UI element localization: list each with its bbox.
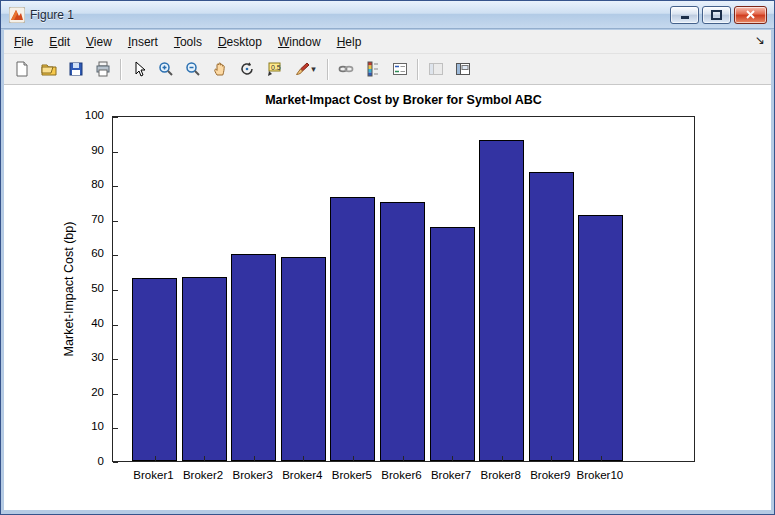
menu-item-window[interactable]: Window <box>270 32 329 52</box>
y-tick-label: 10 <box>70 420 104 432</box>
chart-title: Market-Impact Cost by Broker for Symbol … <box>112 93 695 107</box>
open-file-icon[interactable] <box>36 57 61 82</box>
brush-data-icon[interactable]: ▾ <box>288 57 322 82</box>
y-tick-label: 50 <box>70 282 104 294</box>
window-frame: FileEditViewInsertToolsDesktopWindowHelp… <box>1 30 774 514</box>
matlab-figure-icon <box>9 7 25 23</box>
x-tick-mark <box>551 456 552 461</box>
save-figure-icon[interactable] <box>63 57 88 82</box>
titlebar[interactable]: Figure 1 <box>1 1 774 29</box>
toolbar-separator <box>327 59 328 80</box>
data-cursor-icon[interactable]: 0.5 <box>261 57 286 82</box>
y-tick-label: 100 <box>70 109 104 121</box>
bar-broker9[interactable] <box>529 172 574 461</box>
new-figure-icon[interactable] <box>9 57 34 82</box>
pan-hand-icon[interactable] <box>207 57 232 82</box>
figure-window: Figure 1 FileEditViewInsertToolsDesktopW… <box>0 0 775 515</box>
brush-dropdown-caret[interactable]: ▾ <box>311 65 316 74</box>
x-tick-mark <box>254 456 255 461</box>
menu-item-file[interactable]: File <box>6 32 41 52</box>
maximize-button[interactable] <box>702 6 731 24</box>
figure-toolbar: 0.5 ▾ <box>4 54 771 85</box>
y-tick-mark <box>113 186 118 187</box>
plot-area[interactable] <box>112 116 695 462</box>
menu-item-insert[interactable]: Insert <box>120 32 166 52</box>
x-tick-label: Broker10 <box>560 469 640 481</box>
menu-item-desktop[interactable]: Desktop <box>210 32 270 52</box>
y-tick-mark <box>113 255 118 256</box>
y-tick-mark <box>113 221 118 222</box>
zoom-in-icon[interactable] <box>153 57 178 82</box>
menu-item-edit[interactable]: Edit <box>41 32 78 52</box>
x-tick-mark <box>353 456 354 461</box>
x-tick-mark <box>155 456 156 461</box>
show-plot-tools-icon[interactable] <box>450 57 475 82</box>
bar-broker4[interactable] <box>281 257 326 462</box>
toolbar-separator <box>120 59 121 80</box>
y-tick-mark <box>113 394 118 395</box>
x-tick-mark <box>601 456 602 461</box>
menu-item-tools[interactable]: Tools <box>166 32 210 52</box>
edit-plot-arrow-icon[interactable] <box>126 57 151 82</box>
menubar: FileEditViewInsertToolsDesktopWindowHelp… <box>4 30 771 54</box>
bar-broker6[interactable] <box>380 202 425 461</box>
y-tick-label: 60 <box>70 247 104 259</box>
y-tick-mark <box>113 359 118 360</box>
figure-canvas: Market-Impact Cost by Broker for Symbol … <box>4 85 771 510</box>
y-tick-label: 70 <box>70 213 104 225</box>
x-tick-mark <box>303 456 304 461</box>
x-tick-mark <box>403 456 404 461</box>
minimize-button[interactable] <box>670 6 699 24</box>
bar-broker8[interactable] <box>479 140 524 461</box>
rotate-3d-icon[interactable] <box>234 57 259 82</box>
close-button[interactable] <box>734 6 767 24</box>
y-tick-label: 20 <box>70 386 104 398</box>
svg-text:0.5: 0.5 <box>271 64 281 71</box>
hide-plot-tools-icon[interactable] <box>423 57 448 82</box>
menu-item-help[interactable]: Help <box>329 32 370 52</box>
y-tick-label: 40 <box>70 317 104 329</box>
print-figure-icon[interactable] <box>90 57 115 82</box>
bar-broker3[interactable] <box>231 254 276 461</box>
y-tick-mark <box>113 325 118 326</box>
window-title: Figure 1 <box>30 8 670 22</box>
y-tick-mark <box>113 290 118 291</box>
bar-broker7[interactable] <box>430 227 475 461</box>
y-tick-label: 80 <box>70 178 104 190</box>
y-tick-label: 90 <box>70 144 104 156</box>
y-tick-mark <box>113 152 118 153</box>
menu-item-view[interactable]: View <box>78 32 120 52</box>
bar-broker1[interactable] <box>132 278 177 461</box>
y-tick-mark <box>113 117 118 118</box>
y-tick-mark <box>113 428 118 429</box>
bar-broker10[interactable] <box>578 215 623 461</box>
y-tick-mark <box>113 462 118 463</box>
insert-colorbar-icon[interactable] <box>360 57 385 82</box>
y-tick-label: 0 <box>70 455 104 467</box>
insert-legend-icon[interactable] <box>387 57 412 82</box>
link-plot-icon[interactable] <box>333 57 358 82</box>
bar-broker5[interactable] <box>330 197 375 461</box>
dock-figure-icon[interactable]: ↘ <box>755 33 765 47</box>
y-tick-label: 30 <box>70 351 104 363</box>
x-tick-mark <box>502 456 503 461</box>
x-tick-mark <box>204 456 205 461</box>
x-tick-mark <box>452 456 453 461</box>
zoom-out-icon[interactable] <box>180 57 205 82</box>
toolbar-separator <box>417 59 418 80</box>
bar-broker2[interactable] <box>182 277 227 461</box>
